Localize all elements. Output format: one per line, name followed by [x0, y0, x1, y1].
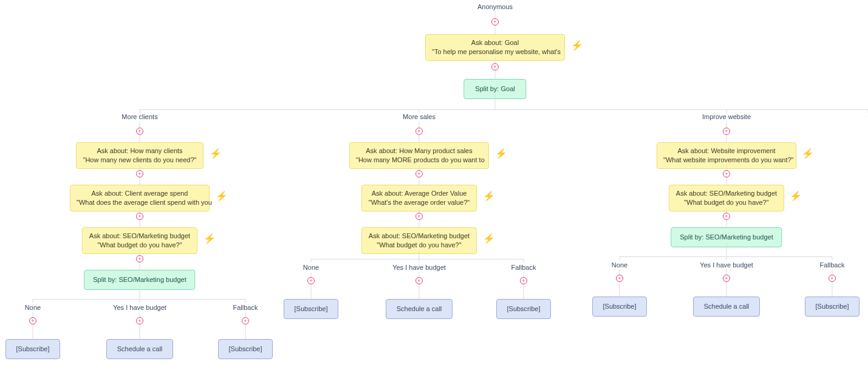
ask-line1: Ask about: Average Order Value: [368, 189, 470, 198]
connector: [726, 208, 727, 213]
connector: [495, 95, 496, 109]
connector: [419, 208, 420, 213]
connector: [140, 286, 140, 299]
connector: [245, 299, 246, 303]
connector-split: [140, 109, 868, 110]
connector: [419, 220, 420, 227]
ask-line2: "What's the average order value?": [368, 198, 470, 207]
connector: [495, 26, 496, 34]
ask-line2: "How many new clients do you need?": [83, 156, 197, 165]
terminal-label-yes-1: Yes I have budget: [113, 304, 166, 311]
connector: [140, 135, 140, 142]
terminal-label-fallback-1: Fallback: [233, 304, 258, 311]
ask-line2: "How many MORE products do you want to: [356, 156, 482, 165]
plus-icon[interactable]: +: [29, 317, 36, 324]
terminal-label-none-3: None: [612, 261, 627, 269]
plus-icon[interactable]: +: [616, 275, 623, 282]
connector: [620, 256, 620, 260]
plus-icon[interactable]: +: [136, 170, 143, 177]
connector: [245, 324, 246, 339]
ask-line1: Ask about: Website improvement: [663, 146, 790, 156]
terminal-label-none-2: None: [303, 264, 319, 271]
terminal-label-none-1: None: [25, 304, 41, 311]
terminal-label-fallback-3: Fallback: [820, 261, 845, 269]
connector: [726, 220, 727, 227]
ask-line1: Ask about: SEO/Marketing budget: [89, 232, 191, 241]
plus-icon[interactable]: +: [415, 170, 423, 177]
connector: [140, 299, 140, 303]
bolt-icon: ⚡: [790, 190, 802, 202]
connector: [140, 208, 140, 213]
ask-line2: "What website improvements do you want?": [663, 156, 790, 165]
connector: [419, 165, 420, 170]
plus-icon[interactable]: +: [520, 277, 527, 284]
branch-label-improve-website: Improve website: [702, 113, 751, 120]
ask-line2: "What budget do you have?": [89, 241, 191, 250]
connector: [495, 57, 496, 63]
plus-icon[interactable]: +: [491, 18, 499, 26]
plus-icon[interactable]: +: [307, 277, 315, 284]
ask-goal-line1: Ask about: Goal: [432, 38, 558, 47]
connector: [726, 122, 727, 128]
ask-line2: "What does the average client spend with…: [77, 198, 203, 207]
ask-line1: Ask about: How Many product sales: [356, 146, 482, 156]
connector: [140, 263, 140, 270]
bolt-icon: ⚡: [571, 39, 583, 51]
plus-icon[interactable]: +: [723, 128, 730, 135]
bolt-icon: ⚡: [483, 190, 495, 202]
bolt-icon: ⚡: [210, 148, 222, 159]
terminal-subscribe-3b[interactable]: [Subscribe]: [805, 297, 859, 317]
terminal-subscribe-2a[interactable]: [Subscribe]: [284, 299, 338, 319]
ask-line2: "What budget do you have?": [675, 198, 777, 207]
plus-icon[interactable]: +: [242, 317, 249, 324]
connector: [726, 177, 727, 185]
connector: [140, 250, 140, 255]
root-label: Anonymous: [477, 3, 513, 10]
connector: [33, 324, 33, 339]
connector: [419, 177, 420, 185]
connector: [140, 177, 140, 185]
terminal-schedule-3[interactable]: Schedule a call: [693, 297, 760, 317]
connector: [524, 259, 524, 263]
plus-icon[interactable]: +: [136, 213, 143, 220]
ask-line1: Ask about: Client average spend: [77, 189, 203, 198]
terminal-subscribe-2b[interactable]: [Subscribe]: [496, 299, 551, 319]
terminal-label-fallback-2: Fallback: [511, 264, 536, 271]
connector: [419, 250, 420, 259]
connector: [140, 122, 140, 128]
connector: [311, 259, 312, 263]
ask-line2: "What budget do you have?": [368, 241, 470, 250]
bolt-icon: ⚡: [495, 148, 507, 159]
ask-goal-line2: "To help me personalise my website, what…: [432, 47, 558, 57]
terminal-schedule-2[interactable]: Schedule a call: [386, 299, 453, 319]
plus-icon[interactable]: +: [723, 275, 730, 282]
terminal-subscribe-1b[interactable]: [Subscribe]: [218, 339, 273, 359]
plus-icon[interactable]: +: [415, 277, 423, 284]
plus-icon[interactable]: +: [491, 63, 499, 70]
plus-icon[interactable]: +: [136, 317, 143, 324]
ask-line1: Ask about: SEO/Marketing budget: [675, 189, 777, 198]
terminal-schedule-1[interactable]: Schedule a call: [106, 339, 173, 359]
bolt-icon: ⚡: [802, 148, 814, 159]
connector: [726, 243, 727, 256]
connector: [419, 259, 420, 263]
plus-icon[interactable]: +: [136, 255, 143, 263]
bolt-icon: ⚡: [216, 190, 228, 202]
connector: [311, 284, 312, 299]
terminal-label-yes-2: Yes I have budget: [392, 264, 446, 271]
connector: [419, 135, 420, 142]
connector: [419, 122, 420, 128]
branch-label-more-clients: More clients: [121, 113, 157, 120]
plus-icon[interactable]: +: [723, 170, 730, 177]
connector: [832, 256, 833, 260]
plus-icon[interactable]: +: [136, 128, 143, 135]
terminal-subscribe-3a[interactable]: [Subscribe]: [592, 297, 647, 317]
connector: [726, 165, 727, 170]
plus-icon[interactable]: +: [829, 275, 836, 282]
connector: [140, 324, 140, 339]
connector-split: [311, 259, 524, 259]
terminal-subscribe-1a[interactable]: [Subscribe]: [5, 339, 60, 359]
plus-icon[interactable]: +: [723, 213, 730, 220]
plus-icon[interactable]: +: [415, 213, 423, 220]
plus-icon[interactable]: +: [415, 128, 423, 135]
